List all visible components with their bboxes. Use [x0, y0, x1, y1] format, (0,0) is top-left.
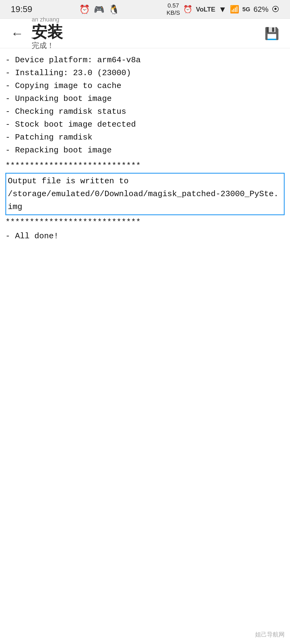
game-icon: 🎮: [94, 4, 104, 14]
battery-level: 62%: [253, 5, 269, 14]
log-line-1: - Device platform: arm64-v8a: [5, 54, 285, 67]
separator-2: ****************************: [5, 216, 285, 229]
signal-icon: 📶: [230, 5, 239, 14]
toolbar-title-container: an zhuang 安装 完成！: [32, 16, 63, 50]
alarm-icon: ⏰: [79, 4, 90, 14]
log-line-8: - Repacking boot image: [5, 144, 285, 157]
log-line-5: - Checking ramdisk status: [5, 105, 285, 118]
toolbar: ← an zhuang 安装 完成！ 💾: [0, 19, 290, 48]
highlighted-line-1: Output file is written to: [8, 175, 282, 188]
wifi-icon: ▼: [219, 5, 227, 14]
log-line-3: - Copying image to cache: [5, 79, 285, 92]
highlighted-line-2: /storage/emulated/0/Download/magisk_patc…: [8, 188, 282, 213]
log-line-4: - Unpacking boot image: [5, 92, 285, 105]
back-button[interactable]: ←: [8, 23, 26, 43]
toolbar-title-main: 安装: [32, 23, 63, 41]
status-time: 19:59: [11, 4, 32, 14]
network-speed: 0.57 KB/S: [166, 2, 180, 16]
highlighted-output-box: Output file is written to /storage/emula…: [5, 173, 285, 215]
log-final-line: - All done!: [5, 230, 285, 243]
log-output: - Device platform: arm64-v8a - Installin…: [5, 54, 285, 157]
toolbar-title-pinyin: an zhuang: [32, 16, 59, 23]
save-button[interactable]: 💾: [262, 24, 282, 43]
status-center-icons: ⏰ 🎮 🐧: [79, 4, 119, 15]
volte-icon: VoLTE: [196, 6, 215, 13]
alarm2-icon: ⏰: [183, 5, 193, 14]
dot-icon: ⦿: [272, 5, 279, 14]
log-line-6: - Stock boot image detected: [5, 118, 285, 131]
status-right-icons: 0.57 KB/S ⏰ VoLTE ▼ 📶 5G 62% ⦿: [166, 2, 279, 16]
content-area: - Device platform: arm64-v8a - Installin…: [0, 48, 290, 644]
toolbar-subtitle: 完成！: [32, 41, 54, 51]
log-line-7: - Patching ramdisk: [5, 131, 285, 144]
log-line-2: - Installing: 23.0 (23000): [5, 67, 285, 79]
watermark: 姐己导航网: [255, 631, 285, 639]
5g-badge: 5G: [242, 6, 250, 13]
separator-1: ****************************: [5, 159, 285, 172]
qq-icon: 🐧: [108, 4, 119, 15]
